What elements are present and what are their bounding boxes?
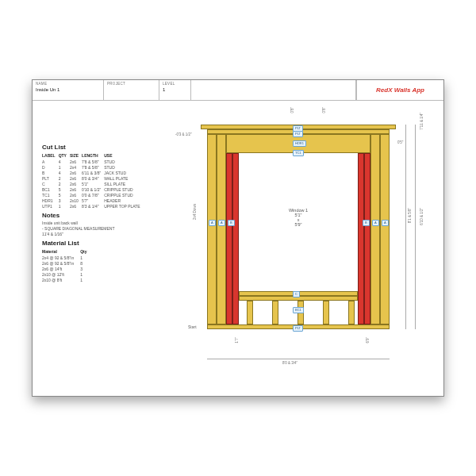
tag-b: B <box>363 220 370 226</box>
material-table: Material Qty 2x4 @ 92 & 5/8"in1 2x6 @ 92… <box>42 248 94 282</box>
title-project-cell: PROJECT <box>104 80 159 100</box>
brand-text: RedX Walls App <box>376 86 424 94</box>
dim-right-main: 8'1 & 5/8" <box>408 208 412 223</box>
king-stud-left-outer <box>207 134 217 324</box>
tag-b: B <box>228 220 235 226</box>
tag-bc1: BC1 <box>293 307 304 313</box>
project-label: PROJECT <box>107 82 155 86</box>
materials-title: Material List <box>42 240 169 247</box>
king-stud-left-inner <box>217 134 226 324</box>
mat-col-material: Material <box>42 248 80 255</box>
name-label: NAME <box>36 82 100 86</box>
note-line: 11'4 & 1/16" <box>42 232 169 236</box>
start-label: Start <box>188 324 197 329</box>
cutlist-title: Cut List <box>42 144 169 151</box>
king-stud-right-outer <box>380 134 390 324</box>
dim-right-top: 7'11 & 1/4" <box>420 113 424 130</box>
cut-row: TC152x60'0 & 7/8"CRIPPLE STUD <box>42 192 144 198</box>
drawing-sheet: NAME Inside Un 1 PROJECT LEVEL 1 RedX Wa… <box>32 79 444 397</box>
level-label: LEVEL <box>163 82 187 86</box>
cut-row: B42x66'11 & 3/8"JACK STUD <box>42 170 144 175</box>
cut-row: PLT22x68'0 & 3/4"WALL PLATE <box>42 175 144 181</box>
cut-row: A42x67'8 & 5/8"STUD <box>42 159 144 164</box>
cut-col-label: LABEL <box>42 152 59 159</box>
bottom-cripple <box>272 301 278 324</box>
dim-line-right-2 <box>415 125 416 329</box>
tag-plt: PLT <box>293 131 303 137</box>
window-label: Window 1 5'1" x 5'9" <box>259 208 338 227</box>
note-line: Inside unit back wall <box>42 221 169 225</box>
dim-line-bottom <box>207 359 390 359</box>
tag-a: A <box>209 220 216 226</box>
title-level-cell: LEVEL 1 <box>159 80 191 100</box>
wall-drawing-area: PLT PLT HDR1 TC1 A A B B A A C BC1 PLT W… <box>175 101 443 396</box>
level-value: 1 <box>163 87 187 92</box>
dim-bottom-right: 6'9" <box>366 337 370 343</box>
mat-row: 2x10 @ 12'ft1 <box>42 271 94 277</box>
jack-stud-left-a <box>226 153 232 324</box>
cut-row: UTP112x68'3 & 1/4"UPPER TOP PLATE <box>42 203 144 209</box>
dim-bottom-left: 1'7" <box>235 337 239 343</box>
cutlist-table: LABEL QTY SIZE LENGTH USE A42x67'8 & 5/8… <box>42 152 144 209</box>
bottom-cripple <box>247 301 253 324</box>
cut-col-qty: QTY <box>59 152 70 159</box>
dim-bottom-span: 8'0 & 3/4" <box>282 361 298 365</box>
mat-row: 2x6 @ 14'ft3 <box>42 266 94 271</box>
mat-row: 2x10 @ 8'ft1 <box>42 277 94 282</box>
left-column: Cut List LABEL QTY SIZE LENGTH USE A42x6… <box>33 101 175 396</box>
cut-col-length: LENGTH <box>82 152 104 159</box>
notes-title: Notes <box>42 212 169 219</box>
jack-stud-right-b <box>364 153 370 324</box>
cut-row: BC152x60'10 & 1/2"CRIPPLE STUD <box>42 186 144 192</box>
dim-right-mid2: 6'10 & 1/2" <box>420 208 424 225</box>
king-stud-right-inner <box>370 134 380 324</box>
title-name-cell: NAME Inside Un 1 <box>33 80 104 100</box>
dim-top-a: 0'8" <box>290 107 294 113</box>
tag-a: A <box>218 220 225 226</box>
bottom-cripple <box>323 301 329 324</box>
title-spacer <box>191 80 356 100</box>
bottom-cripple <box>348 301 355 324</box>
note-line: - SQUARE DIAGONAL MEASUREMENT <box>42 226 169 231</box>
mat-col-qty: Qty <box>80 248 93 255</box>
dim-right-mid1: 0'5" <box>397 140 403 144</box>
tag-hdr: HDR1 <box>293 140 306 147</box>
cut-row: C22x65'1"SILL PLATE <box>42 181 144 186</box>
cut-row: D12x47'8 & 5/8"STUD <box>42 164 144 170</box>
window-h: 5'9" <box>259 222 338 227</box>
dim-top-b: 0'8" <box>322 107 326 113</box>
mat-row: 2x6 @ 92 & 5/8"in8 <box>42 260 94 266</box>
cut-col-use: USE <box>104 152 143 159</box>
jack-stud-left-b <box>232 153 239 324</box>
cut-row: HDR132x105'7"HEADER <box>42 198 144 203</box>
tag-tc1: TC1 <box>293 150 304 156</box>
tag-a: A <box>382 220 389 226</box>
wall-drawing: PLT PLT HDR1 TC1 A A B B A A C BC1 PLT W… <box>207 125 390 363</box>
tag-c: C <box>293 291 300 298</box>
name-value: Inside Un 1 <box>36 87 100 92</box>
dim-vert-label: 2x4 Down <box>193 204 197 220</box>
tag-plt: PLT <box>293 325 303 332</box>
title-block: NAME Inside Un 1 PROJECT LEVEL 1 RedX Wa… <box>33 80 443 101</box>
cut-col-size: SIZE <box>70 152 82 159</box>
jack-stud-right-a <box>358 153 364 324</box>
brand-cell: RedX Walls App <box>356 80 443 100</box>
tag-a: A <box>372 220 379 226</box>
sheet-body: Cut List LABEL QTY SIZE LENGTH USE A42x6… <box>33 101 443 396</box>
dim-line-right-1 <box>405 125 406 329</box>
mat-row: 2x4 @ 92 & 5/8"in1 <box>42 255 94 260</box>
cutlist-body: A42x67'8 & 5/8"STUD D12x47'8 & 5/8"STUD … <box>42 159 144 209</box>
dim-top-left: -0'3 & 1/2" <box>175 132 192 136</box>
